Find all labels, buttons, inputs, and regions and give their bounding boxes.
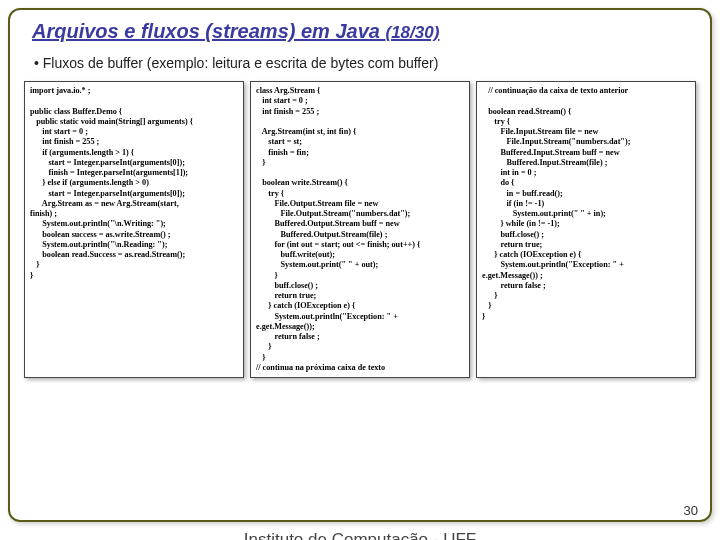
code-columns: import java.io.* ; public class Buffer.D…	[24, 81, 696, 378]
page-number: 30	[684, 503, 698, 518]
footer-text: Instituto de Computação - UFF	[0, 530, 720, 540]
code-box-3: // continuação da caixa de texto anterio…	[476, 81, 696, 378]
code-col-1: import java.io.* ; public class Buffer.D…	[30, 86, 238, 281]
title-count: (18/30)	[385, 23, 439, 42]
bullet-text: • Fluxos de buffer (exemplo: leitura e e…	[34, 55, 696, 71]
code-box-1: import java.io.* ; public class Buffer.D…	[24, 81, 244, 378]
title-text: Arquivos e fluxos (streams) em Java	[32, 20, 385, 42]
slide-title: Arquivos e fluxos (streams) em Java (18/…	[32, 20, 696, 43]
code-col-3: // continuação da caixa de texto anterio…	[482, 86, 690, 322]
code-box-2: class Arg.Stream { int start = 0 ; int f…	[250, 81, 470, 378]
code-col-2: class Arg.Stream { int start = 0 ; int f…	[256, 86, 464, 373]
slide-frame: Arquivos e fluxos (streams) em Java (18/…	[8, 8, 712, 522]
